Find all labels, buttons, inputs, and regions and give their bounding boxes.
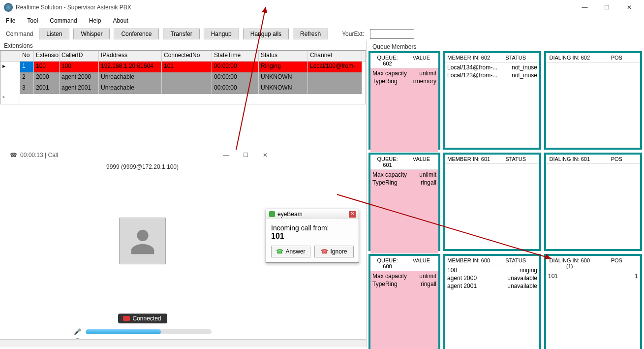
ext-new-row[interactable]: * [0, 94, 366, 104]
titlebar: Realtime Solution - Supervisor Astersik … [0, 0, 644, 15]
eyebeam-icon [269, 211, 275, 217]
extensions-label: Extensions [0, 41, 366, 50]
table-row[interactable]: ▸ 1 100 100 192.168.1.20:61604 101 00:00… [0, 62, 366, 72]
softphone-title: 00:00:13 | Call [20, 152, 58, 159]
hangup-alls-button[interactable]: Hangup alls [243, 29, 289, 39]
listen-button[interactable]: Listen [39, 29, 69, 39]
avatar [119, 218, 166, 264]
menu-file[interactable]: File [6, 17, 15, 24]
mic-icon: 🎤 [74, 328, 82, 335]
horizontal-scrollbar[interactable] [0, 339, 366, 347]
queue-dialing-card: DIALING IN: 602POS [544, 51, 642, 150]
menu-tool[interactable]: Tool [27, 17, 38, 24]
toolbar: Command Listen Whisper Conference Transf… [0, 27, 644, 41]
sp-minimize[interactable]: — [216, 152, 236, 159]
whisper-button[interactable]: Whisper [73, 29, 110, 39]
queue-members-card: MEMBER IN: 601STATUS [443, 153, 541, 251]
queue-dialing-card: DIALING IN: 600 (1)POS 1011 [544, 254, 642, 349]
ignore-button[interactable]: ☎Ignore [314, 246, 354, 257]
hangup-button[interactable]: Hangup [204, 29, 239, 39]
queue-members-label: Queue Members [368, 42, 642, 51]
minimize-button[interactable]: — [574, 0, 596, 15]
mic-level[interactable] [86, 329, 212, 334]
answer-icon: ☎ [276, 248, 283, 255]
phone-icon: ☎ [10, 152, 17, 159]
connected-badge: Connected [118, 314, 167, 323]
softphone-caller: 9999 (9999@172.20.1.100) [6, 160, 279, 173]
menubar: File Tool Command Help About [0, 15, 644, 27]
menu-about[interactable]: About [113, 17, 128, 24]
softphone-window: ☎ 00:00:13 | Call — ☐ ✕ 9999 (9999@172.2… [6, 150, 279, 349]
window-title: Realtime Solution - Supervisor Astersik … [16, 4, 131, 11]
yourext-label: YourExt: [342, 31, 364, 37]
sp-maximize[interactable]: ☐ [236, 152, 255, 159]
conference-button[interactable]: Conference [114, 29, 159, 39]
transfer-button[interactable]: Transfer [163, 29, 199, 39]
menu-command[interactable]: Command [50, 17, 77, 24]
popup-title: eyeBeam [277, 211, 303, 218]
table-row[interactable]: 3 2001 agent 2001 Unreachable 00:00:00 U… [0, 83, 366, 94]
queue-props-card: QUEUE: 602VALUE Max capacityunlimitTypeR… [368, 51, 440, 150]
queue-members-card: MEMBER IN: 602STATUS Local/134@from-...n… [443, 51, 541, 150]
sp-close[interactable]: ✕ [255, 152, 275, 159]
ignore-icon: ☎ [321, 248, 328, 255]
incoming-call-popup: eyeBeam ✕ Incoming call from: 101 ☎Answe… [266, 209, 359, 263]
yourext-input[interactable] [370, 29, 414, 39]
queue-props-card: QUEUE: 600VALUE Max capacityunlimitTypeR… [368, 254, 440, 349]
incoming-number: 101 [271, 232, 354, 241]
incoming-from-label: Incoming call from: [271, 224, 354, 232]
queue-row: QUEUE: 602VALUE Max capacityunlimitTypeR… [368, 51, 642, 150]
queue-props-card: QUEUE: 601VALUE Max capacityunlimitTypeR… [368, 153, 440, 251]
menu-help[interactable]: Help [89, 17, 101, 24]
app-icon [4, 3, 13, 12]
command-label: Command [6, 31, 33, 37]
answer-button[interactable]: ☎Answer [271, 246, 310, 257]
record-icon [123, 316, 130, 321]
queue-members-card: MEMBER IN: 600STATUS 100ringingagent 200… [443, 254, 541, 349]
maximize-button[interactable]: ☐ [596, 0, 618, 15]
ext-header: No Extension CallerID IPaddress Connecte… [0, 51, 366, 62]
queue-row: QUEUE: 601VALUE Max capacityunlimitTypeR… [368, 153, 642, 251]
refresh-button[interactable]: Refresh [293, 29, 328, 39]
queue-dialing-card: DIALING IN: 601POS [544, 153, 642, 251]
close-button[interactable]: ✕ [618, 0, 640, 15]
popup-close[interactable]: ✕ [349, 211, 356, 218]
table-row[interactable]: 2 2000 agent 2000 Unreachable 00:00:00 U… [0, 72, 366, 83]
extensions-table: No Extension CallerID IPaddress Connecte… [0, 50, 366, 104]
queue-row: QUEUE: 600VALUE Max capacityunlimitTypeR… [368, 254, 642, 349]
